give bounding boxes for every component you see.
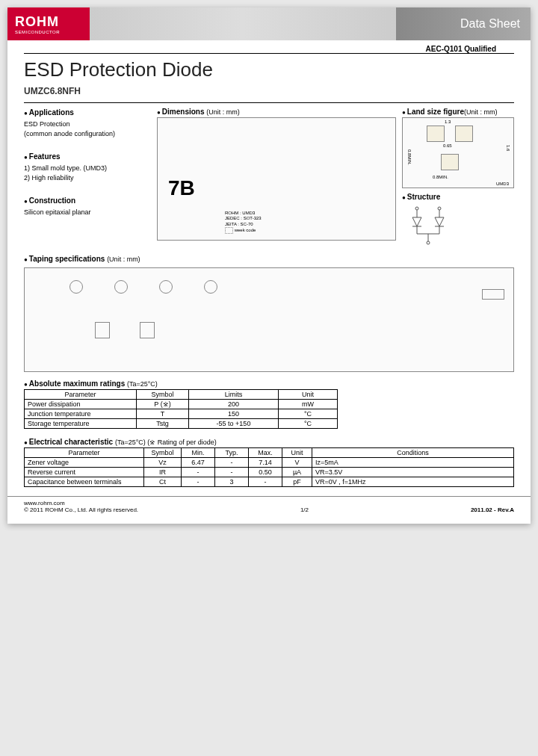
tape-hole (204, 280, 217, 294)
footer: www.rohm.com © 2011 ROHM Co., Ltd. All r… (7, 496, 531, 524)
logo-subtext: SEMICONDUCTOR (15, 30, 90, 34)
header-gradient (90, 7, 396, 40)
footer-url: www.rohm.com (24, 500, 138, 506)
tape-hole (69, 280, 83, 294)
construction-text: Silicon epitaxial planar (24, 208, 151, 217)
page-title: ESD Protection Diode (24, 58, 514, 81)
svg-marker-4 (412, 217, 421, 226)
construction-heading: Construction (24, 196, 151, 206)
dimensions-drawing: 7B ROHM : UMD3 JEDEC : SOT-323 JEITA : S… (157, 117, 396, 241)
feature-item: 1) Small mold type. (UMD3) (24, 164, 151, 173)
table-row: Zener voltageVz6.47-7.14VIz=5mA (25, 458, 514, 468)
table-header-row: Parameter Symbol Min. Typ. Max. Unit Con… (25, 448, 514, 458)
tape-hole (114, 280, 128, 294)
rohm-logo: ROHM SEMICONDUCTOR (7, 7, 90, 40)
land-pad (441, 154, 459, 170)
tape-pocket (95, 322, 110, 338)
feature-item: 2) High reliability (24, 173, 151, 183)
svg-marker-6 (435, 217, 444, 226)
applications-block: Applications ESD Protection (common anod… (24, 108, 151, 138)
table-row: Reverse currentIR--0.50µAVR=3.5V (25, 468, 514, 477)
elec-heading: Electrical characteristic (Ta=25°C) (※ R… (7, 438, 531, 446)
svg-point-1 (438, 207, 441, 210)
footer-left: www.rohm.com © 2011 ROHM Co., Ltd. All r… (24, 500, 138, 513)
dimensions-heading: Dimensions (Unit : mm) (157, 108, 396, 116)
qualification-label: AEC-Q101 Qualified (24, 40, 514, 54)
table-row: Storage temperatureTstg-55 to +150°C (25, 419, 338, 429)
land-heading: Land size figure(Unit : mm) (402, 108, 514, 116)
datasheet-page: ROHM SEMICONDUCTOR Data Sheet AEC-Q101 Q… (7, 7, 531, 524)
elec-table: Parameter Symbol Min. Typ. Max. Unit Con… (24, 447, 514, 487)
package-codes: ROHM : UMD3 JEDEC : SOT-323 JEITA : SC-7… (225, 211, 262, 234)
diode-schematic-icon (402, 204, 454, 245)
header: ROHM SEMICONDUCTOR Data Sheet (7, 7, 531, 40)
svg-point-0 (415, 207, 418, 210)
right-column: Land size figure(Unit : mm) 1.3 0.65 1.6… (402, 108, 514, 249)
land-pad (427, 126, 445, 142)
table-header-row: Parameter Symbol Limits Unit (25, 390, 338, 400)
structure-heading: Structure (402, 193, 514, 201)
divider (24, 102, 514, 103)
tape-side-view (482, 283, 509, 300)
table-row: Capacitance between terminalsCt-3-pFVR=0… (25, 477, 514, 487)
features-block: Features 1) Small mold type. (UMD3) 2) H… (24, 152, 151, 182)
footer-page: 1/2 (300, 506, 309, 513)
svg-point-12 (427, 241, 430, 244)
taping-drawing (24, 267, 514, 372)
tape-hole (159, 280, 173, 294)
applications-heading: Applications (24, 108, 151, 118)
applications-subtext: (common anode configuration) (24, 129, 151, 139)
tape-pocket (140, 322, 155, 338)
land-figure: 1.3 0.65 1.6 0.8MIN. 0.8MIN. UMD3 (402, 117, 514, 188)
dimensions-column: Dimensions (Unit : mm) 7B ROHM : UMD3 JE… (157, 108, 396, 249)
table-row: Power dissipationP (※)200mW (25, 400, 338, 409)
abs-max-table: Parameter Symbol Limits Unit Power dissi… (24, 389, 338, 429)
footer-copyright: © 2011 ROHM Co., Ltd. All rights reserve… (24, 506, 138, 513)
abs-max-heading: Absolute maximum ratings (Ta=25°C) (7, 379, 531, 388)
features-heading: Features (24, 152, 151, 162)
left-column: Applications ESD Protection (common anod… (24, 108, 151, 249)
doc-type-label: Data Sheet (396, 7, 531, 40)
top-columns: Applications ESD Protection (common anod… (7, 108, 531, 249)
title-block: ESD Protection Diode UMZC6.8NFH (7, 54, 531, 98)
logo-text: ROHM (15, 14, 90, 30)
construction-block: Construction Silicon epitaxial planar (24, 196, 151, 217)
marking-code: 7B (168, 176, 195, 200)
footer-rev: 2011.02 - Rev.A (471, 506, 514, 513)
part-number: UMZC6.8NFH (24, 86, 514, 96)
table-row: Junction temperatureT150°C (25, 409, 338, 419)
land-pad (455, 126, 473, 142)
structure-diagram (402, 204, 514, 249)
taping-heading: Taping specifications (Unit : mm) (7, 255, 531, 263)
applications-text: ESD Protection (24, 120, 151, 129)
